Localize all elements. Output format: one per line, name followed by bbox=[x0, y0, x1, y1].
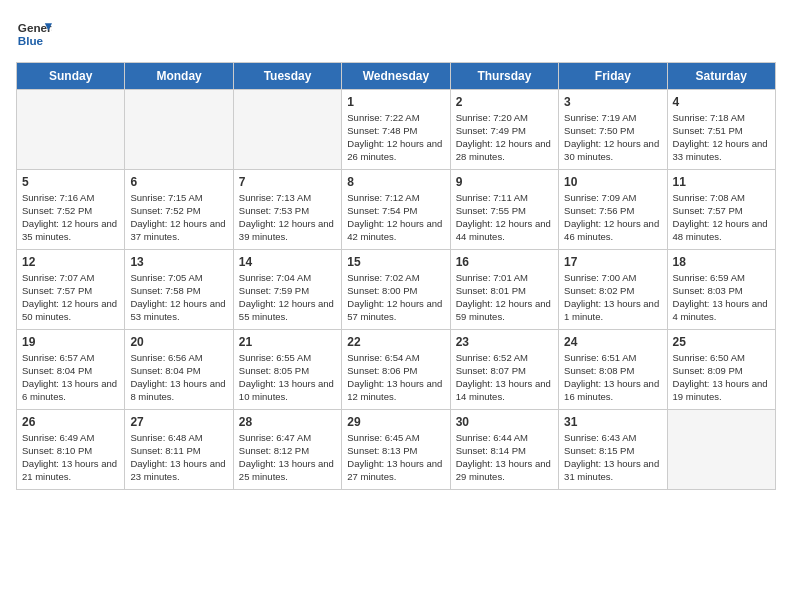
daylight-label: Daylight: 13 hours and 27 minutes. bbox=[347, 458, 442, 482]
sunrise-text: Sunrise: 7:05 AM bbox=[130, 272, 202, 283]
daylight-label: Daylight: 13 hours and 21 minutes. bbox=[22, 458, 117, 482]
sunrise-text: Sunrise: 7:18 AM bbox=[673, 112, 745, 123]
day-number: 15 bbox=[347, 254, 444, 270]
sunrise-text: Sunrise: 6:52 AM bbox=[456, 352, 528, 363]
daylight-label: Daylight: 13 hours and 29 minutes. bbox=[456, 458, 551, 482]
daylight-label: Daylight: 13 hours and 1 minute. bbox=[564, 298, 659, 322]
sunrise-text: Sunrise: 7:07 AM bbox=[22, 272, 94, 283]
sunrise-text: Sunrise: 6:59 AM bbox=[673, 272, 745, 283]
cell-content-day-21: 21Sunrise: 6:55 AMSunset: 8:05 PMDayligh… bbox=[239, 334, 336, 403]
day-number: 1 bbox=[347, 94, 444, 110]
cell-content-day-31: 31Sunrise: 6:43 AMSunset: 8:15 PMDayligh… bbox=[564, 414, 661, 483]
calendar-cell: 30Sunrise: 6:44 AMSunset: 8:14 PMDayligh… bbox=[450, 410, 558, 490]
sunrise-text: Sunrise: 7:08 AM bbox=[673, 192, 745, 203]
cell-content-day-10: 10Sunrise: 7:09 AMSunset: 7:56 PMDayligh… bbox=[564, 174, 661, 243]
calendar-cell: 11Sunrise: 7:08 AMSunset: 7:57 PMDayligh… bbox=[667, 170, 775, 250]
daylight-label: Daylight: 12 hours and 39 minutes. bbox=[239, 218, 334, 242]
sunrise-text: Sunrise: 7:13 AM bbox=[239, 192, 311, 203]
sunset-text: Sunset: 7:50 PM bbox=[564, 125, 634, 136]
cell-content-day-11: 11Sunrise: 7:08 AMSunset: 7:57 PMDayligh… bbox=[673, 174, 770, 243]
sunrise-text: Sunrise: 7:22 AM bbox=[347, 112, 419, 123]
week-row-3: 12Sunrise: 7:07 AMSunset: 7:57 PMDayligh… bbox=[17, 250, 776, 330]
sunset-text: Sunset: 7:48 PM bbox=[347, 125, 417, 136]
daylight-label: Daylight: 13 hours and 8 minutes. bbox=[130, 378, 225, 402]
cell-content-day-24: 24Sunrise: 6:51 AMSunset: 8:08 PMDayligh… bbox=[564, 334, 661, 403]
svg-text:General: General bbox=[18, 21, 52, 34]
daylight-label: Daylight: 12 hours and 37 minutes. bbox=[130, 218, 225, 242]
sunrise-text: Sunrise: 7:02 AM bbox=[347, 272, 419, 283]
daylight-label: Daylight: 12 hours and 57 minutes. bbox=[347, 298, 442, 322]
sunset-text: Sunset: 7:55 PM bbox=[456, 205, 526, 216]
day-number: 16 bbox=[456, 254, 553, 270]
calendar-cell: 31Sunrise: 6:43 AMSunset: 8:15 PMDayligh… bbox=[559, 410, 667, 490]
calendar-cell: 18Sunrise: 6:59 AMSunset: 8:03 PMDayligh… bbox=[667, 250, 775, 330]
sunrise-text: Sunrise: 6:43 AM bbox=[564, 432, 636, 443]
day-number: 7 bbox=[239, 174, 336, 190]
cell-content-day-25: 25Sunrise: 6:50 AMSunset: 8:09 PMDayligh… bbox=[673, 334, 770, 403]
sunset-text: Sunset: 8:06 PM bbox=[347, 365, 417, 376]
weekday-header-monday: Monday bbox=[125, 63, 233, 90]
calendar-cell bbox=[667, 410, 775, 490]
week-row-2: 5Sunrise: 7:16 AMSunset: 7:52 PMDaylight… bbox=[17, 170, 776, 250]
day-number: 8 bbox=[347, 174, 444, 190]
daylight-label: Daylight: 13 hours and 25 minutes. bbox=[239, 458, 334, 482]
cell-content-day-9: 9Sunrise: 7:11 AMSunset: 7:55 PMDaylight… bbox=[456, 174, 553, 243]
sunrise-text: Sunrise: 7:12 AM bbox=[347, 192, 419, 203]
weekday-header-sunday: Sunday bbox=[17, 63, 125, 90]
sunset-text: Sunset: 8:04 PM bbox=[130, 365, 200, 376]
calendar-table: SundayMondayTuesdayWednesdayThursdayFrid… bbox=[16, 62, 776, 490]
day-number: 6 bbox=[130, 174, 227, 190]
day-number: 24 bbox=[564, 334, 661, 350]
sunset-text: Sunset: 7:58 PM bbox=[130, 285, 200, 296]
weekday-header-tuesday: Tuesday bbox=[233, 63, 341, 90]
daylight-label: Daylight: 13 hours and 10 minutes. bbox=[239, 378, 334, 402]
sunrise-text: Sunrise: 7:00 AM bbox=[564, 272, 636, 283]
weekday-header-thursday: Thursday bbox=[450, 63, 558, 90]
cell-content-day-3: 3Sunrise: 7:19 AMSunset: 7:50 PMDaylight… bbox=[564, 94, 661, 163]
day-number: 27 bbox=[130, 414, 227, 430]
day-number: 19 bbox=[22, 334, 119, 350]
cell-content-day-18: 18Sunrise: 6:59 AMSunset: 8:03 PMDayligh… bbox=[673, 254, 770, 323]
calendar-cell: 8Sunrise: 7:12 AMSunset: 7:54 PMDaylight… bbox=[342, 170, 450, 250]
sunrise-text: Sunrise: 6:57 AM bbox=[22, 352, 94, 363]
sunset-text: Sunset: 8:12 PM bbox=[239, 445, 309, 456]
cell-content-day-27: 27Sunrise: 6:48 AMSunset: 8:11 PMDayligh… bbox=[130, 414, 227, 483]
week-row-1: 1Sunrise: 7:22 AMSunset: 7:48 PMDaylight… bbox=[17, 90, 776, 170]
day-number: 23 bbox=[456, 334, 553, 350]
daylight-label: Daylight: 12 hours and 48 minutes. bbox=[673, 218, 768, 242]
cell-content-day-5: 5Sunrise: 7:16 AMSunset: 7:52 PMDaylight… bbox=[22, 174, 119, 243]
day-number: 17 bbox=[564, 254, 661, 270]
sunset-text: Sunset: 8:08 PM bbox=[564, 365, 634, 376]
day-number: 20 bbox=[130, 334, 227, 350]
weekday-header-wednesday: Wednesday bbox=[342, 63, 450, 90]
cell-content-day-19: 19Sunrise: 6:57 AMSunset: 8:04 PMDayligh… bbox=[22, 334, 119, 403]
day-number: 9 bbox=[456, 174, 553, 190]
daylight-label: Daylight: 13 hours and 6 minutes. bbox=[22, 378, 117, 402]
day-number: 28 bbox=[239, 414, 336, 430]
cell-content-day-13: 13Sunrise: 7:05 AMSunset: 7:58 PMDayligh… bbox=[130, 254, 227, 323]
calendar-cell: 28Sunrise: 6:47 AMSunset: 8:12 PMDayligh… bbox=[233, 410, 341, 490]
daylight-label: Daylight: 12 hours and 35 minutes. bbox=[22, 218, 117, 242]
sunset-text: Sunset: 8:00 PM bbox=[347, 285, 417, 296]
daylight-label: Daylight: 12 hours and 55 minutes. bbox=[239, 298, 334, 322]
cell-content-day-1: 1Sunrise: 7:22 AMSunset: 7:48 PMDaylight… bbox=[347, 94, 444, 163]
sunset-text: Sunset: 8:05 PM bbox=[239, 365, 309, 376]
calendar-cell: 21Sunrise: 6:55 AMSunset: 8:05 PMDayligh… bbox=[233, 330, 341, 410]
calendar-cell: 6Sunrise: 7:15 AMSunset: 7:52 PMDaylight… bbox=[125, 170, 233, 250]
calendar-cell: 25Sunrise: 6:50 AMSunset: 8:09 PMDayligh… bbox=[667, 330, 775, 410]
cell-content-day-7: 7Sunrise: 7:13 AMSunset: 7:53 PMDaylight… bbox=[239, 174, 336, 243]
daylight-label: Daylight: 13 hours and 14 minutes. bbox=[456, 378, 551, 402]
sunrise-text: Sunrise: 7:01 AM bbox=[456, 272, 528, 283]
calendar-cell: 24Sunrise: 6:51 AMSunset: 8:08 PMDayligh… bbox=[559, 330, 667, 410]
sunset-text: Sunset: 7:53 PM bbox=[239, 205, 309, 216]
calendar-cell: 20Sunrise: 6:56 AMSunset: 8:04 PMDayligh… bbox=[125, 330, 233, 410]
daylight-label: Daylight: 12 hours and 50 minutes. bbox=[22, 298, 117, 322]
cell-content-day-22: 22Sunrise: 6:54 AMSunset: 8:06 PMDayligh… bbox=[347, 334, 444, 403]
day-number: 29 bbox=[347, 414, 444, 430]
daylight-label: Daylight: 13 hours and 16 minutes. bbox=[564, 378, 659, 402]
cell-content-day-29: 29Sunrise: 6:45 AMSunset: 8:13 PMDayligh… bbox=[347, 414, 444, 483]
cell-content-day-6: 6Sunrise: 7:15 AMSunset: 7:52 PMDaylight… bbox=[130, 174, 227, 243]
sunset-text: Sunset: 8:14 PM bbox=[456, 445, 526, 456]
calendar-cell: 10Sunrise: 7:09 AMSunset: 7:56 PMDayligh… bbox=[559, 170, 667, 250]
sunrise-text: Sunrise: 6:51 AM bbox=[564, 352, 636, 363]
